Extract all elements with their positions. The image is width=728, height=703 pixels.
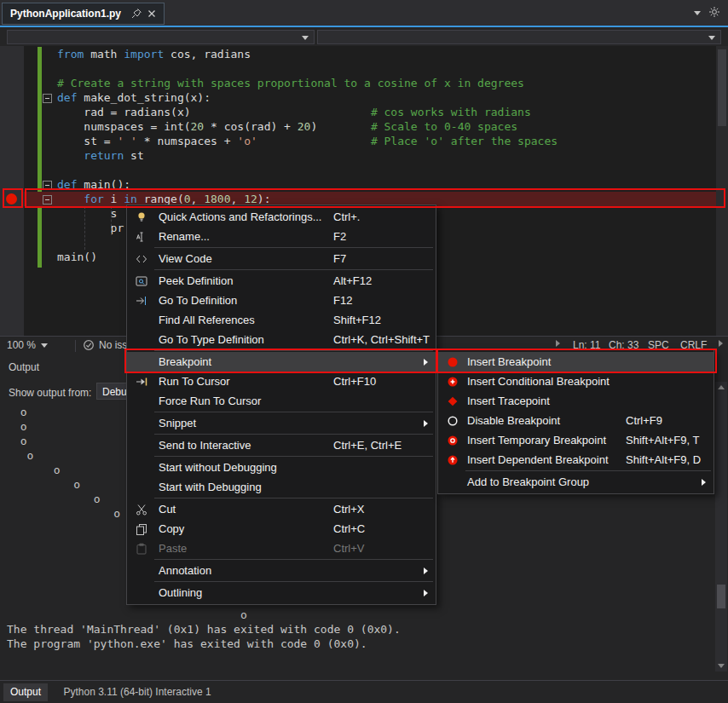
menu-item-label: Add to Breakpoint Group [467,475,589,488]
menu-item-label: View Code [159,252,212,265]
menu-item-rename[interactable]: Rename...F2 [127,227,436,246]
editor-vertical-scrollbar[interactable] [716,46,728,336]
menu-item-insert-tracepoint[interactable]: Insert Tracepoint [438,391,714,411]
hscroll-right-arrow-icon[interactable] [556,340,560,347]
menu-item-label: Insert Conditional Breakpoint [467,375,610,388]
close-icon[interactable] [145,7,159,20]
menu-item-shortcut: F12 [333,294,352,307]
menu-item-shortcut: Ctrl+V [333,542,364,555]
fold-marker[interactable] [43,94,52,103]
tab-output[interactable]: Output [3,683,48,701]
menu-item-label: Insert Temporary Breakpoint [467,434,606,447]
scrollbar-thumb[interactable] [717,585,725,608]
breakpoint-filled-icon [446,355,459,369]
menu-item-view-code[interactable]: View CodeF7 [127,249,436,268]
indent-guide [84,206,85,250]
icon-spacer [135,439,148,452]
chevron-down-icon [302,36,309,40]
menu-item-quick-actions[interactable]: Quick Actions and Refactorings...Ctrl+. [127,207,436,227]
icon-spacer [135,461,148,475]
tab-pythonapplication1[interactable]: PythonApplication1.py [2,3,165,25]
menu-item-insert-conditional-breakpoint[interactable]: Insert Conditional Breakpoint [438,372,714,391]
code-line[interactable]: def make_dot_string(x): [24,90,728,105]
menu-item-paste[interactable]: PasteCtrl+V [127,539,436,558]
icon-spacer [135,417,148,430]
fold-marker[interactable] [43,195,52,205]
gear-icon[interactable] [708,5,721,19]
fold-marker[interactable] [43,181,52,190]
menu-item-label: Disable Breakpoint [467,414,560,427]
menu-item-label: Quick Actions and Refactorings... [159,210,321,223]
code-line[interactable] [24,61,728,76]
menu-item-cut[interactable]: CutCtrl+X [127,499,436,519]
code-line[interactable]: st = ' ' * numspaces + 'o' # Place 'o' a… [24,134,728,148]
breakpoint-dependent-icon [446,453,459,467]
menu-item-outlining[interactable]: Outlining [127,583,436,602]
submenu-arrow-icon [424,359,428,366]
icon-spacer [135,564,148,578]
code-line[interactable] [24,163,728,177]
peek-definition-icon [135,274,148,288]
hscroll-right-arrow-icon[interactable] [719,340,723,347]
menu-item-copy[interactable]: CopyCtrl+C [127,519,436,539]
tab-python-interactive[interactable]: Python 3.11 (64-bit) Interactive 1 [56,683,217,701]
menu-item-start-with-debugging[interactable]: Start with Debugging [127,477,436,497]
code-line[interactable]: numspaces = int(20 * cos(rad) + 20) # Sc… [24,119,728,134]
menu-item-insert-breakpoint[interactable]: Insert Breakpoint [438,352,714,372]
code-line[interactable]: rad = radians(x) # cos works with radian… [24,105,728,119]
menu-item-disable-breakpoint[interactable]: Disable BreakpointCtrl+F9 [438,411,714,430]
menu-item-insert-temporary-breakpoint[interactable]: Insert Temporary BreakpointShift+Alt+F9,… [438,430,714,450]
output-panel-title: Output [9,361,39,373]
submenu-arrow-icon [424,590,428,596]
breakpoint-glyph[interactable] [6,193,17,205]
menu-item-peek-definition[interactable]: Peek DefinitionAlt+F12 [127,271,436,291]
zoom-dropdown-icon [41,343,48,348]
scroll-down-icon[interactable] [718,664,725,668]
menu-item-label: Find All References [159,314,255,326]
menu-item-snippet[interactable]: Snippet [127,413,436,433]
pin-icon[interactable] [130,7,143,20]
menu-item-label: Insert Breakpoint [467,355,551,368]
menu-item-shortcut: Ctrl+C [333,522,365,535]
scope-dropdown[interactable] [317,30,721,44]
menu-item-run-to-cursor[interactable]: Run To CursorCtrl+F10 [127,372,436,391]
menu-item-label: Go To Type Definition [159,333,264,346]
code-line[interactable]: # Create a string with spaces proportion… [24,76,728,90]
menu-item-start-without-debugging[interactable]: Start without Debugging [127,458,436,477]
tab-list-dropdown-icon[interactable] [694,11,701,15]
menu-item-label: Outlining [159,586,202,599]
project-dropdown[interactable] [7,30,315,44]
breakpoint-conditional-icon [446,375,459,389]
menu-item-annotation[interactable]: Annotation [127,561,436,580]
indent-guide [111,206,112,235]
menu-item-shortcut: Shift+Alt+F9, T [626,434,699,447]
output-vertical-scrollbar[interactable] [715,382,727,671]
no-issues-icon [82,338,95,352]
menu-item-find-all-references[interactable]: Find All ReferencesShift+F12 [127,310,436,330]
menu-item-label: Cut [159,503,176,516]
view-code-icon [135,252,148,266]
vs-window: PythonApplication1.py from math import c… [0,0,728,703]
menu-item-label: Insert Tracepoint [467,395,550,407]
code-line[interactable]: from math import cos, radians [24,47,728,61]
code-line[interactable]: def main(): [24,177,728,192]
scroll-up-icon[interactable] [718,385,725,389]
menu-item-force-run-to-cursor[interactable]: Force Run To Cursor [127,391,436,411]
breakpoint-gutter[interactable] [0,46,24,336]
zoom-control[interactable]: 100 % [7,339,48,351]
menu-item-label: Run To Cursor [159,375,230,388]
breakpoint-submenu: Insert BreakpointInsert Conditional Brea… [437,349,714,494]
menu-item-insert-dependent-breakpoint[interactable]: Insert Dependent BreakpointShift+Alt+F9,… [438,450,714,470]
context-menu: Quick Actions and Refactorings...Ctrl+.R… [126,205,436,605]
menu-item-label: Snippet [159,417,196,429]
icon-spacer [135,395,148,408]
menu-item-breakpoint[interactable]: Breakpoint [127,352,436,372]
menu-item-shortcut: Ctrl+. [333,210,360,223]
menu-item-send-to-interactive[interactable]: Send to InteractiveCtrl+E, Ctrl+E [127,435,436,455]
menu-item-go-to-type-definition[interactable]: Go To Type DefinitionCtrl+K, Ctrl+Shift+… [127,330,436,349]
scrollbar-thumb[interactable] [718,49,726,126]
code-line[interactable]: return st [24,148,728,163]
menu-item-add-to-breakpoint-group[interactable]: Add to Breakpoint Group [438,472,714,492]
icon-spacer [446,475,459,489]
menu-item-go-to-definition[interactable]: Go To DefinitionF12 [127,291,436,310]
